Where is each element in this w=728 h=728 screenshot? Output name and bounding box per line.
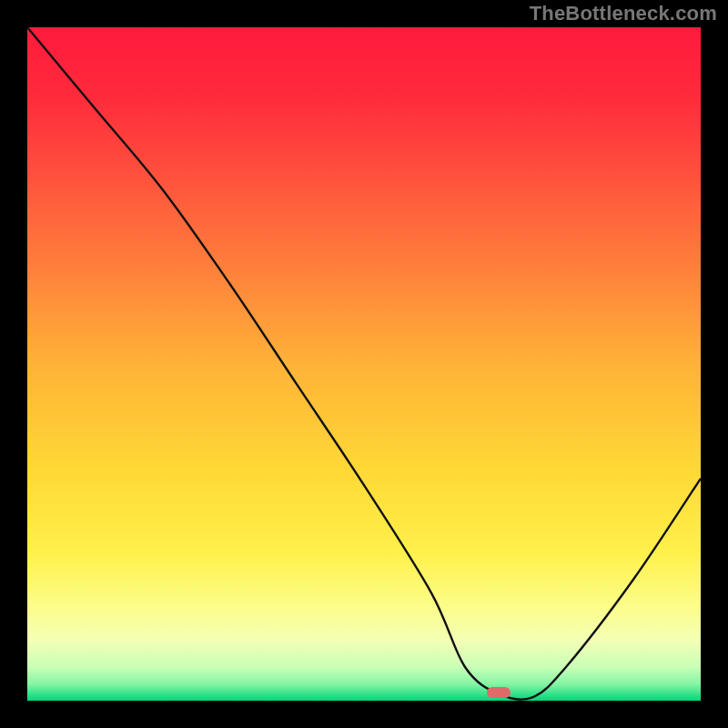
- chart-frame: TheBottleneck.com: [0, 0, 728, 728]
- watermark-text: TheBottleneck.com: [530, 2, 717, 25]
- background-gradient: [27, 27, 701, 701]
- optimal-marker: [487, 687, 511, 698]
- plot-area: [27, 27, 701, 701]
- gradient-rect: [27, 27, 701, 701]
